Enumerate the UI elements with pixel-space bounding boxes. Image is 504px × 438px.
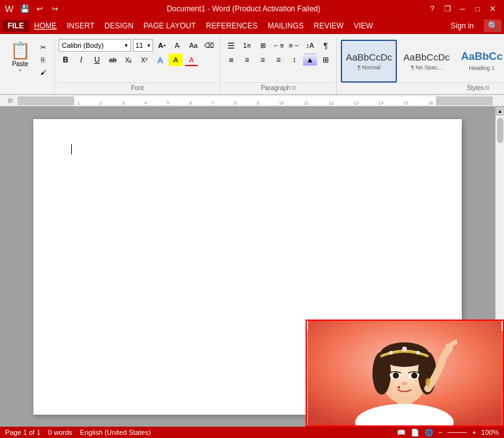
show-marks-button[interactable]: ¶: [319, 39, 333, 52]
font-name-selector[interactable]: Calibri (Body) ▾: [59, 39, 131, 52]
svg-point-17: [452, 340, 457, 345]
search-button[interactable]: 🔍: [484, 20, 501, 32]
view-print-icon[interactable]: 📄: [411, 429, 420, 437]
menu-item-view[interactable]: VIEW: [348, 20, 378, 32]
increase-indent-button[interactable]: ≡→: [287, 39, 301, 52]
style-normal[interactable]: AaBbCcDc ¶ Normal: [341, 40, 397, 83]
strikethrough-button[interactable]: ab: [106, 54, 120, 66]
numbering-button[interactable]: 1≡: [240, 39, 254, 52]
menu-item-references[interactable]: REFERENCES: [201, 20, 263, 32]
menu-item-design[interactable]: DESIGN: [100, 20, 139, 32]
text-highlight-button[interactable]: A: [169, 54, 183, 66]
styles-group-label: Styles ⊡: [341, 83, 504, 91]
help-button[interactable]: ?: [426, 3, 438, 15]
ruler-page-area: 1 2 3 4 5 6 7 8 9 10 11 12 13 14 15 16: [74, 96, 435, 105]
minimize-button[interactable]: ─: [456, 3, 469, 15]
ribbon-content: 📋 Paste ▾ ✂ ⎘ 🖌 Calibri (Body) ▾: [0, 34, 504, 95]
align-right-button[interactable]: ≡: [256, 54, 270, 66]
overlay-image: Image Viewer: [306, 320, 504, 427]
borders-button[interactable]: ⊞: [319, 54, 333, 66]
format-painter-button[interactable]: 🖌: [35, 67, 50, 78]
align-left-button[interactable]: ​≡: [224, 54, 238, 66]
styles-expander-icon[interactable]: ⊡: [485, 85, 490, 91]
underline-button[interactable]: U: [90, 54, 104, 66]
clear-format-button[interactable]: ⌫: [202, 39, 216, 52]
style-heading1[interactable]: AaBbCc Heading 1: [456, 40, 504, 83]
sign-in-link[interactable]: Sign in: [445, 20, 479, 32]
paste-button[interactable]: 📋 Paste ▾: [6, 39, 34, 74]
zoom-out-icon[interactable]: −: [438, 429, 442, 436]
menu-item-pagelayout[interactable]: PAGE LAYOUT: [139, 20, 201, 32]
restore-button[interactable]: ❐: [441, 3, 454, 15]
font-size-selector[interactable]: 11 ▾: [133, 39, 153, 52]
font-name-row: Calibri (Body) ▾ 11 ▾ A+ A- Aa ⌫: [59, 39, 216, 52]
font-size-arrow: ▾: [147, 42, 151, 49]
style-heading1-preview: AaBbCc: [461, 50, 503, 63]
multilevel-button[interactable]: ⊞: [256, 39, 270, 52]
paste-arrow[interactable]: ▾: [19, 67, 21, 73]
line-spacing-button[interactable]: ↕: [287, 54, 301, 66]
font-name-value: Calibri (Body): [62, 42, 125, 49]
word-icon: W: [5, 4, 13, 14]
subscript-button[interactable]: X₂: [122, 54, 135, 66]
clipboard-sub-buttons: ✂ ⎘ 🖌: [35, 42, 50, 78]
view-web-icon[interactable]: 🌐: [425, 429, 433, 437]
superscript-button[interactable]: X²: [137, 54, 151, 66]
text-effects-button[interactable]: A: [153, 54, 167, 66]
justify-button[interactable]: ≡: [272, 54, 285, 66]
style-heading1-name: Heading 1: [469, 65, 495, 71]
sort-button[interactable]: ↕A: [303, 39, 317, 52]
overlay-photo-bg: Image Viewer: [307, 321, 503, 425]
shading-button[interactable]: ▲: [303, 54, 317, 66]
ruler-bar: 1 2 3 4 5 6 7 8 9 10 11 12 13 14 15 16: [18, 96, 493, 105]
window-title: Document1 - Word (Product Activation Fai…: [61, 4, 426, 13]
paragraph-expander-icon[interactable]: ⊡: [292, 85, 296, 91]
font-group-label: Font: [59, 83, 216, 91]
italic-button[interactable]: I: [74, 54, 88, 66]
scroll-up-arrow[interactable]: ▲: [496, 107, 505, 115]
title-bar: W 💾 ↩ ↪ Document1 - Word (Product Activa…: [0, 0, 504, 18]
menu-item-insert[interactable]: INSERT: [62, 20, 100, 32]
title-bar-left: W 💾 ↩ ↪: [5, 3, 61, 15]
close-button[interactable]: ✕: [486, 3, 499, 15]
text-cursor: [71, 144, 72, 154]
page-info: Page 1 of 1: [5, 429, 40, 436]
svg-point-14: [401, 382, 408, 386]
change-case-button[interactable]: Aa: [186, 39, 200, 52]
cut-button[interactable]: ✂: [35, 42, 50, 53]
menu-item-review[interactable]: REVIEW: [309, 20, 348, 32]
svg-point-5: [372, 352, 391, 395]
quick-redo[interactable]: ↪: [49, 3, 61, 15]
para-row1: ☰ 1≡ ⊞ ←≡ ≡→ ↕A ¶: [224, 39, 333, 52]
center-button[interactable]: ≡: [240, 54, 254, 66]
quick-undo[interactable]: ↩: [33, 3, 46, 15]
menu-item-home[interactable]: HOME: [29, 20, 62, 32]
svg-point-13: [411, 372, 418, 379]
paste-label: Paste: [12, 61, 28, 67]
paragraph-group-label: Paragraph ⊡: [224, 83, 333, 91]
bullets-button[interactable]: ☰: [224, 39, 238, 52]
menu-item-mailings[interactable]: MAILINGS: [263, 20, 309, 32]
scroll-thumb[interactable]: [497, 118, 503, 143]
copy-button[interactable]: ⎘: [35, 54, 50, 66]
increase-font-button[interactable]: A+: [155, 39, 169, 52]
view-read-icon[interactable]: 📖: [397, 429, 406, 437]
menu-item-file[interactable]: FILE: [3, 20, 29, 32]
maximize-button[interactable]: □: [471, 3, 484, 15]
window-controls: ? ❐ ─ □ ✕: [426, 3, 499, 15]
ruler-corner[interactable]: ⊞: [3, 97, 18, 104]
style-nospacing[interactable]: AaBbCcDc ¶ No Spac...: [398, 40, 454, 83]
styles-group: AaBbCcDc ¶ Normal AaBbCcDc ¶ No Spac... …: [337, 37, 504, 94]
font-color-button[interactable]: A: [185, 54, 198, 66]
decrease-font-button[interactable]: A-: [171, 39, 185, 52]
paste-icon: 📋: [10, 40, 30, 61]
zoom-slider[interactable]: ────: [447, 429, 467, 436]
word-count: 0 words: [48, 429, 72, 436]
app-window: W 💾 ↩ ↪ Document1 - Word (Product Activa…: [0, 0, 504, 438]
decrease-indent-button[interactable]: ←≡: [272, 39, 285, 52]
zoom-in-icon[interactable]: +: [472, 429, 476, 436]
bold-button[interactable]: B: [59, 54, 72, 66]
quick-save[interactable]: 💾: [18, 3, 31, 15]
font-name-arrow: ▾: [125, 42, 128, 49]
para-row2: ​≡ ≡ ≡ ≡ ↕ ▲ ⊞: [224, 54, 333, 66]
